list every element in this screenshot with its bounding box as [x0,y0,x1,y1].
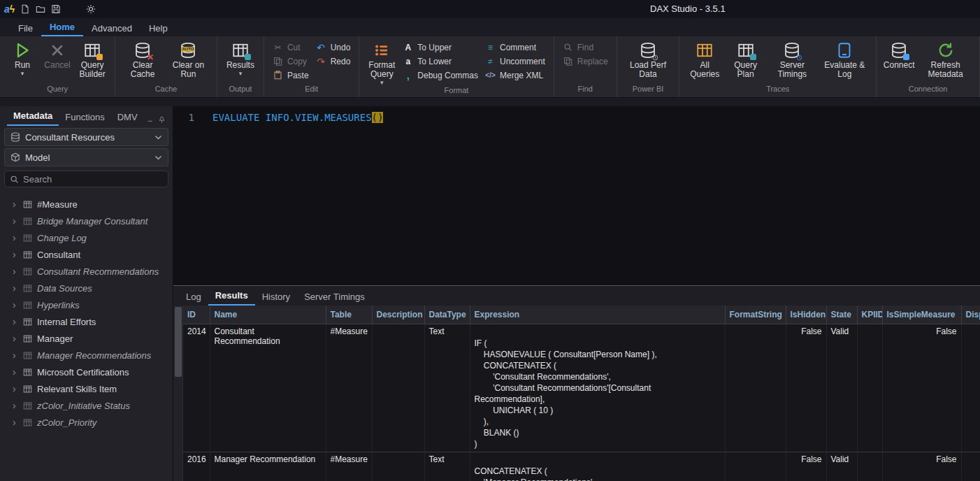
tab-metadata[interactable]: Metadata [7,108,59,126]
tab-dmv[interactable]: DMV [111,109,144,126]
chevron-right-icon[interactable]: › [13,249,18,260]
copy-button[interactable]: Copy [273,56,309,66]
tab-server-timings[interactable]: Server Timings [297,289,372,306]
collapse-pane-icon[interactable]: − [145,116,155,126]
tree-item-manager[interactable]: › Manager [0,330,173,347]
run-button[interactable]: Run ▾ [6,40,39,77]
scrollbar-thumb[interactable] [175,307,182,377]
clear-on-run-button[interactable]: AUTO Clear on Run [166,40,211,80]
col-header-table[interactable]: Table [326,306,372,324]
col-header-disp[interactable]: Disp [961,306,980,324]
table-icon [23,317,32,326]
tab-results[interactable]: Results [208,287,255,306]
chevron-right-icon[interactable]: › [13,383,18,394]
col-header-id[interactable]: ID [183,306,210,324]
save-file-icon[interactable] [50,3,62,15]
chevron-right-icon[interactable]: › [13,266,18,277]
chevron-right-icon[interactable]: › [13,299,18,310]
clear-cache-button[interactable]: ✕ Clear Cache [121,40,164,80]
code-line[interactable]: EVALUATE INFO.VIEW.MEASURES() [201,112,383,285]
chevron-right-icon[interactable]: › [13,366,18,378]
to-lower-button[interactable]: a To Lower [403,56,478,66]
col-header-expression[interactable]: Expression [470,306,725,324]
load-perf-data-button[interactable]: Load Perf Data [623,40,674,80]
tree-item-consultant-recommendations[interactable]: › Consultant Recommendations [0,263,173,280]
results-vertical-scrollbar[interactable] [173,306,183,481]
col-header-ishidden[interactable]: IsHidden [786,306,826,324]
tree-item-internal-efforts[interactable]: › Internal Efforts [0,313,173,330]
run-dropdown-caret-icon[interactable]: ▾ [21,71,24,76]
col-header-description[interactable]: Description [372,306,424,324]
tree-item-relevant-skills-item[interactable]: › Relevant Skills Item [0,380,173,397]
comment-button[interactable]: ≡ Comment [485,42,545,52]
chevron-right-icon[interactable]: › [13,417,18,428]
col-header-name[interactable]: Name [210,306,326,324]
settings-gear-icon[interactable] [85,3,97,15]
tree-item-bridge-manager-consultant[interactable]: › Bridge Manager Consultant [0,213,173,229]
database-dropdown[interactable]: Consultant Resources [4,128,168,146]
col-header-state[interactable]: State [826,306,857,324]
results-row[interactable]: 2016 Manager Recommendation #Measure Tex… [183,452,980,481]
tree-item-microsoft-certifications[interactable]: › Microsoft Certifications [0,364,173,380]
chevron-right-icon[interactable]: › [13,232,18,243]
results-grid[interactable]: ID Name Table Description DataType Expre… [183,306,980,481]
menu-home[interactable]: Home [41,20,83,36]
tree-item-consultant[interactable]: › Consultant [0,246,173,263]
tree-item-zcolor-priority[interactable]: › zColor_Priority [0,414,173,431]
open-file-icon[interactable] [34,3,47,15]
query-plan-button[interactable]: Query Plan [726,40,765,80]
evaluate-and-log-button[interactable]: Evaluate & Log [819,40,871,80]
merge-xml-button[interactable]: </> Merge XML [485,70,545,80]
uncomment-button[interactable]: ≠ Uncomment [485,56,545,66]
server-timings-button[interactable]: Server Timings [767,40,818,80]
chevron-right-icon[interactable]: › [13,199,18,210]
tab-functions[interactable]: Functions [59,109,110,126]
query-editor[interactable]: 1 EVALUATE INFO.VIEW.MEASURES() [173,106,980,285]
format-query-button[interactable]: Format Query ▾ [365,40,398,86]
paste-button[interactable]: Paste [273,70,309,80]
chevron-right-icon[interactable]: › [13,333,18,344]
col-header-kpiid[interactable]: KPIID [857,306,882,324]
format-query-label: Format Query [368,61,395,79]
connect-button[interactable]: Connect [882,40,916,71]
menu-help[interactable]: Help [140,21,176,36]
tab-history[interactable]: History [255,289,297,306]
col-header-issimplemeasure[interactable]: IsSimpleMeasure [882,306,961,324]
all-queries-button[interactable]: All Queries [685,40,724,80]
cut-button[interactable]: ✂ Cut [273,42,309,52]
tree-item-measure[interactable]: › #Measure [0,196,173,213]
model-dropdown[interactable]: Model [4,148,168,166]
results-output-button[interactable]: Results ▾ [223,40,258,77]
new-document-icon[interactable] [19,3,31,15]
results-dropdown-caret-icon[interactable]: ▾ [239,71,243,76]
col-header-datatype[interactable]: DataType [424,306,470,324]
chevron-right-icon[interactable]: › [13,282,18,294]
cancel-button[interactable]: Cancel [41,40,74,71]
tab-log[interactable]: Log [179,289,208,306]
redo-button[interactable]: ↷ Redo [316,56,351,66]
tree-item-zcolor-initiative-status[interactable]: › zColor_Initiative Status [0,397,173,414]
format-query-caret-icon[interactable]: ▾ [380,80,384,85]
col-header-formatstring[interactable]: FormatString [725,306,786,324]
refresh-metadata-button[interactable]: Refresh Metadata [917,40,974,80]
search-input[interactable] [23,174,163,185]
chevron-right-icon[interactable]: › [13,316,18,327]
replace-button[interactable]: Replace [563,56,608,66]
to-upper-button[interactable]: A To Upper [403,42,478,52]
chevron-right-icon[interactable]: › [13,400,18,411]
tree-item-hyperlinks[interactable]: › Hyperlinks [0,296,173,313]
query-builder-button[interactable]: Query Builder [75,40,109,80]
chevron-right-icon[interactable]: › [13,215,18,227]
menu-file[interactable]: File [10,21,41,36]
debug-commas-button[interactable]: , Debug Commas [403,70,478,80]
find-button[interactable]: Find [563,42,608,52]
replace-icon [563,56,573,66]
pin-pane-icon[interactable] [155,116,168,126]
chevron-right-icon[interactable]: › [13,350,18,361]
tree-item-change-log[interactable]: › Change Log [0,229,173,246]
tree-item-data-sources[interactable]: › Data Sources [0,280,173,296]
tree-item-manager-recommendations[interactable]: › Manager Recommendations [0,347,173,364]
menu-advanced[interactable]: Advanced [83,21,140,36]
results-row[interactable]: 2014 Consultant Recommendation #Measure … [183,324,980,452]
undo-button[interactable]: ↶ Undo [316,42,351,52]
